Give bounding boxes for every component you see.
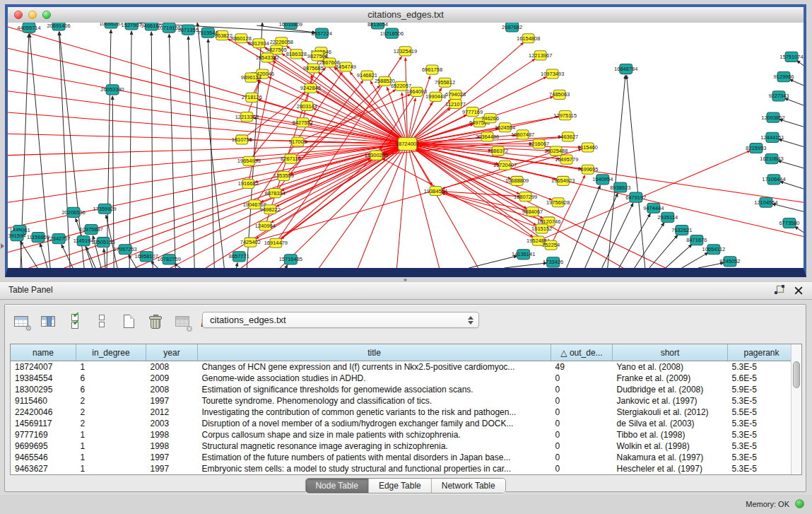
- graph-node[interactable]: 252254: [542, 240, 560, 250]
- table-cell[interactable]: 22420046: [11, 407, 76, 418]
- graph-node[interactable]: 6773580: [779, 218, 799, 228]
- table-cell[interactable]: Stergiakouli et al. (2012): [613, 407, 728, 418]
- graph-node[interactable]: 17957253: [113, 245, 136, 255]
- graph-node[interactable]: 14136141: [512, 250, 535, 259]
- graph-node[interactable]: 2687682: [502, 23, 522, 32]
- table-cell[interactable]: 9115460: [11, 395, 76, 407]
- table-cell[interactable]: 1: [76, 463, 146, 474]
- select-all-rows-button[interactable]: ✔ ✔: [66, 312, 84, 330]
- table-cell[interactable]: 19384554: [11, 373, 76, 384]
- graph-node[interactable]: 10807487: [511, 130, 534, 139]
- table-row[interactable]: 2242004622012Investigating the contribut…: [11, 407, 796, 418]
- graph-node[interactable]: 16848784: [614, 64, 637, 74]
- table-cell[interactable]: Estimation of significance thresholds fo…: [198, 384, 551, 395]
- graph-edge[interactable]: [396, 144, 407, 268]
- graph-node[interactable]: 9463627: [558, 132, 578, 141]
- column-header-out_de[interactable]: △ out_de...: [551, 344, 613, 361]
- table-cell[interactable]: Tibbo et al. (1998): [613, 429, 728, 440]
- table-cell[interactable]: 1997: [146, 463, 198, 474]
- graph-node[interactable]: 20691406: [47, 23, 70, 30]
- table-cell[interactable]: 1: [76, 452, 146, 463]
- table-row[interactable]: 969969511998Structural magnetic resonanc…: [11, 440, 796, 452]
- graph-node[interactable]: 11156869: [27, 233, 49, 243]
- create-new-table-button[interactable]: [119, 312, 138, 330]
- table-cell[interactable]: 0: [551, 373, 613, 384]
- graph-edge[interactable]: [649, 235, 678, 268]
- table-cell[interactable]: Estimation of the future numbers of pati…: [198, 452, 551, 463]
- graph-edge[interactable]: [789, 79, 804, 86]
- table-cell[interactable]: 5.6E-5: [728, 373, 796, 384]
- graph-node[interactable]: 19654923: [551, 176, 575, 185]
- graph-node[interactable]: 2803144: [297, 101, 317, 110]
- delete-entries-button[interactable]: [146, 312, 165, 330]
- table-row[interactable]: 1938455462009Genome-wide association stu…: [11, 373, 796, 384]
- graph-node[interactable]: 9875685: [303, 64, 324, 73]
- graph-node[interactable]: 16210643: [760, 154, 783, 164]
- window-titlebar[interactable]: citations_edges.txt: [8, 7, 804, 23]
- table-cell[interactable]: Disruption of a novel member of a sodium…: [198, 418, 551, 429]
- close-panel-icon[interactable]: [794, 286, 803, 295]
- table-cell[interactable]: Hescheler et al. (1997): [613, 463, 728, 474]
- graph-node[interactable]: 7485063: [549, 90, 570, 99]
- graph-edge[interactable]: [61, 245, 73, 268]
- graph-edge[interactable]: [635, 223, 664, 268]
- graph-edge[interactable]: [107, 30, 111, 268]
- graph-node[interactable]: 8186328: [286, 49, 307, 59]
- graph-node[interactable]: 18807299: [514, 192, 537, 201]
- column-header-year[interactable]: year: [146, 344, 198, 361]
- graph-edge[interactable]: [784, 98, 804, 105]
- graph-node[interactable]: 12325419: [394, 47, 417, 56]
- table-cell[interactable]: 1998: [146, 429, 198, 440]
- table-row[interactable]: 1872400712008Changes of HCN gene express…: [11, 361, 796, 373]
- table-cell[interactable]: 5.5E-5: [728, 407, 796, 418]
- graph-edge[interactable]: [8, 144, 408, 155]
- graph-node[interactable]: 16154808: [517, 34, 540, 43]
- graph-node[interactable]: 8878334: [265, 189, 286, 198]
- tab-network-table[interactable]: Network Table: [432, 479, 505, 493]
- graph-edge[interactable]: [188, 36, 194, 268]
- graph-node[interactable]: 7955812: [435, 78, 455, 87]
- graph-node[interactable]: 17359929: [93, 204, 116, 214]
- graph-node[interactable]: 1640954: [592, 175, 613, 185]
- table-cell[interactable]: 2009: [146, 373, 198, 384]
- table-cell[interactable]: 2012: [146, 407, 198, 418]
- table-cell[interactable]: 5.3E-5: [728, 418, 796, 429]
- table-cell[interactable]: 5.3E-5: [728, 452, 796, 463]
- graph-node[interactable]: 12093852: [761, 112, 784, 122]
- table-cell[interactable]: Embryonic stem cells: a model to study s…: [198, 463, 551, 474]
- graph-edge[interactable]: [408, 144, 478, 268]
- hidden-panel-arrow-icon[interactable]: [1, 243, 4, 249]
- graph-node[interactable]: 917003: [289, 137, 307, 146]
- graph-node[interactable]: 9474444: [643, 203, 664, 213]
- graph-node[interactable]: 3624554: [495, 123, 515, 132]
- graph-node[interactable]: 10688809: [505, 176, 529, 185]
- graph-edge[interactable]: [104, 249, 105, 268]
- graph-node[interactable]: 1240994: [255, 221, 276, 230]
- table-row[interactable]: 946362711997Embryonic stem cells: a mode…: [11, 463, 796, 474]
- deselect-all-rows-button[interactable]: [93, 312, 111, 330]
- table-cell[interactable]: 5.3E-5: [728, 429, 796, 440]
- tab-edge-table[interactable]: Edge Table: [369, 479, 432, 493]
- graph-node[interactable]: 19756928: [546, 198, 570, 207]
- graph-node[interactable]: 12342757: [47, 234, 70, 244]
- graph-node[interactable]: 44055714: [17, 23, 40, 33]
- graph-node[interactable]: 19218506: [380, 28, 404, 38]
- graph-node[interactable]: 8215953: [746, 143, 766, 153]
- table-cell[interactable]: Investigating the contribution of common…: [198, 407, 551, 418]
- graph-node[interactable]: 746266: [481, 114, 499, 123]
- graph-node[interactable]: 1916682: [238, 179, 259, 188]
- memory-ok-indicator[interactable]: [795, 499, 804, 508]
- graph-node[interactable]: 6479197: [625, 192, 646, 202]
- graph-node[interactable]: 10654112: [702, 245, 726, 255]
- graph-node[interactable]: 8471676: [686, 235, 707, 245]
- close-window-button[interactable]: [14, 11, 23, 19]
- table-cell[interactable]: Wolkin et al. (1998): [613, 440, 728, 452]
- table-cell[interactable]: Corpus callosum shape and size in male p…: [198, 429, 551, 440]
- table-cell[interactable]: Genome-wide association studies in ADHD.: [198, 373, 551, 384]
- graph-node[interactable]: 12975115: [553, 111, 577, 120]
- table-row[interactable]: 1456911722003Disruption of a novel membe…: [11, 418, 796, 429]
- table-cell[interactable]: 1997: [146, 395, 198, 407]
- graph-edge[interactable]: [29, 144, 407, 268]
- graph-node[interactable]: 8813054: [367, 23, 388, 29]
- column-header-title[interactable]: title: [198, 344, 551, 361]
